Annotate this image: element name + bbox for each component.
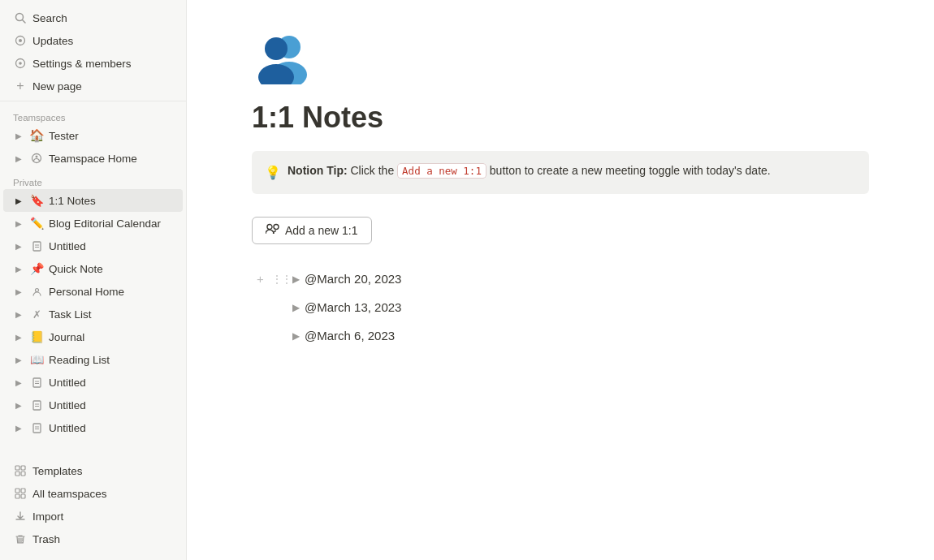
untitled-2-chevron: ▶ bbox=[13, 377, 24, 388]
sidebar-item-reading-list[interactable]: ▶ 📖 Reading List bbox=[3, 348, 183, 371]
sidebar-item-task-list[interactable]: ▶ ✗ Task List bbox=[3, 303, 183, 325]
blog-editorial-chevron: ▶ bbox=[13, 218, 24, 229]
personal-home-icon bbox=[29, 284, 44, 299]
svg-rect-28 bbox=[21, 494, 25, 498]
tip-emoji: 💡 bbox=[265, 163, 281, 183]
blog-editorial-icon: ✏️ bbox=[29, 216, 44, 230]
main-content: 1:1 Notes 💡 Notion Tip: Click the Add a … bbox=[187, 0, 934, 560]
sidebar-item-untitled-3[interactable]: ▶ Untitled bbox=[3, 394, 183, 416]
teamspaces-label: Teamspaces bbox=[0, 105, 186, 124]
svg-rect-18 bbox=[33, 424, 41, 433]
tip-box: 💡 Notion Tip: Click the Add a new 1:1 bu… bbox=[252, 151, 869, 194]
sidebar-item-teamspace-home[interactable]: ▶ Teamspace Home bbox=[3, 147, 183, 170]
sidebar-item-updates[interactable]: Updates bbox=[3, 29, 183, 52]
tip-text: Notion Tip: Click the Add a new 1:1 butt… bbox=[288, 162, 771, 179]
journal-chevron: ▶ bbox=[13, 331, 24, 342]
private-label: Private bbox=[0, 170, 186, 189]
templates-icon bbox=[13, 463, 28, 478]
1-1-notes-icon: 🔖 bbox=[29, 193, 44, 208]
sidebar-item-tester[interactable]: ▶ 🏠 Tester bbox=[3, 124, 183, 147]
toggle-actions-0: + ⋮⋮ bbox=[253, 270, 295, 287]
quick-note-icon: 📌 bbox=[29, 261, 44, 276]
toggle-date-0[interactable]: @March 20, 2023 bbox=[305, 272, 401, 286]
tester-chevron: ▶ bbox=[13, 130, 24, 141]
sidebar-item-untitled-2[interactable]: ▶ Untitled bbox=[3, 371, 183, 394]
sidebar-item-untitled-4[interactable]: ▶ Untitled bbox=[3, 416, 183, 439]
untitled-1-chevron: ▶ bbox=[13, 240, 24, 252]
task-list-icon: ✗ bbox=[29, 307, 44, 321]
svg-rect-8 bbox=[33, 242, 41, 251]
add-new-1-1-button[interactable]: Add a new 1:1 bbox=[252, 217, 372, 244]
svg-point-5 bbox=[19, 62, 22, 65]
tip-code-label: Add a new 1:1 bbox=[397, 163, 486, 179]
untitled-3-chevron: ▶ bbox=[13, 399, 24, 411]
drag-action-0[interactable]: ⋮⋮ bbox=[269, 272, 295, 286]
sidebar-item-journal[interactable]: ▶ 📒 Journal bbox=[3, 325, 183, 348]
untitled-1-icon bbox=[29, 239, 44, 253]
svg-rect-12 bbox=[33, 378, 41, 387]
sidebar-item-search[interactable]: Search bbox=[3, 6, 183, 29]
add-people-icon bbox=[266, 223, 280, 238]
toggle-arrow-2[interactable]: ▶ bbox=[292, 330, 300, 342]
untitled-4-chevron: ▶ bbox=[13, 422, 24, 433]
svg-point-34 bbox=[274, 225, 279, 230]
svg-rect-23 bbox=[15, 472, 19, 476]
sidebar-item-untitled-1[interactable]: ▶ Untitled bbox=[3, 235, 183, 257]
sidebar-item-new-page[interactable]: + New page bbox=[3, 75, 183, 97]
sidebar-item-all-teamspaces[interactable]: All teamspaces bbox=[3, 482, 183, 505]
trash-icon bbox=[13, 532, 28, 546]
personal-home-chevron: ▶ bbox=[13, 286, 24, 297]
toggle-row-1: ▶ @March 13, 2023 bbox=[292, 295, 869, 319]
untitled-4-icon bbox=[29, 420, 44, 435]
add-action-0[interactable]: + bbox=[253, 270, 267, 287]
svg-point-31 bbox=[265, 37, 288, 60]
toggle-row-2: ▶ @March 6, 2023 bbox=[292, 324, 869, 347]
page-title: 1:1 Notes bbox=[252, 101, 869, 135]
import-icon bbox=[13, 509, 28, 523]
sidebar-item-settings[interactable]: Settings & members bbox=[3, 52, 183, 75]
1-1-notes-chevron: ▶ bbox=[13, 195, 24, 206]
settings-icon bbox=[13, 56, 28, 71]
page-icon bbox=[252, 32, 869, 88]
all-teamspaces-icon bbox=[13, 486, 28, 501]
sidebar-item-trash[interactable]: Trash bbox=[3, 528, 183, 550]
svg-rect-24 bbox=[21, 472, 25, 476]
svg-rect-26 bbox=[21, 489, 25, 493]
svg-point-33 bbox=[267, 225, 272, 230]
updates-icon bbox=[13, 33, 28, 48]
untitled-2-icon bbox=[29, 375, 44, 390]
toggle-row-0: + ⋮⋮ ▶ @March 20, 2023 bbox=[292, 267, 869, 291]
sidebar-item-templates[interactable]: Templates bbox=[3, 459, 183, 482]
toggle-date-1[interactable]: @March 13, 2023 bbox=[305, 300, 401, 314]
svg-point-3 bbox=[19, 39, 22, 42]
sidebar-item-blog-editorial[interactable]: ▶ ✏️ Blog Editorial Calendar bbox=[3, 212, 183, 235]
journal-icon: 📒 bbox=[29, 330, 44, 344]
sidebar-item-1-1-notes[interactable]: ▶ 🔖 1:1 Notes bbox=[3, 189, 183, 212]
svg-rect-25 bbox=[15, 489, 19, 493]
reading-list-icon: 📖 bbox=[29, 352, 44, 367]
teamspace-home-chevron: ▶ bbox=[13, 153, 24, 164]
svg-point-11 bbox=[35, 288, 38, 291]
sidebar-item-personal-home[interactable]: ▶ Personal Home bbox=[3, 280, 183, 303]
untitled-3-icon bbox=[29, 398, 44, 412]
svg-rect-27 bbox=[15, 494, 19, 498]
sidebar-item-import[interactable]: Import bbox=[3, 505, 183, 528]
reading-list-chevron: ▶ bbox=[13, 354, 24, 365]
search-icon bbox=[13, 11, 28, 25]
toggle-arrow-1[interactable]: ▶ bbox=[292, 302, 300, 313]
new-page-icon: + bbox=[13, 79, 28, 93]
toggle-date-2[interactable]: @March 6, 2023 bbox=[305, 329, 395, 342]
svg-rect-15 bbox=[33, 401, 41, 410]
teamspace-home-icon bbox=[29, 151, 44, 166]
svg-point-7 bbox=[36, 156, 38, 158]
svg-rect-22 bbox=[21, 466, 25, 470]
task-list-chevron: ▶ bbox=[13, 308, 24, 320]
quick-note-chevron: ▶ bbox=[13, 263, 24, 274]
svg-line-1 bbox=[23, 20, 26, 24]
sidebar: Search Updates Settings & members + New … bbox=[0, 0, 187, 560]
sidebar-item-quick-note[interactable]: ▶ 📌 Quick Note bbox=[3, 257, 183, 280]
svg-rect-21 bbox=[15, 466, 19, 470]
tester-icon: 🏠 bbox=[29, 128, 44, 143]
